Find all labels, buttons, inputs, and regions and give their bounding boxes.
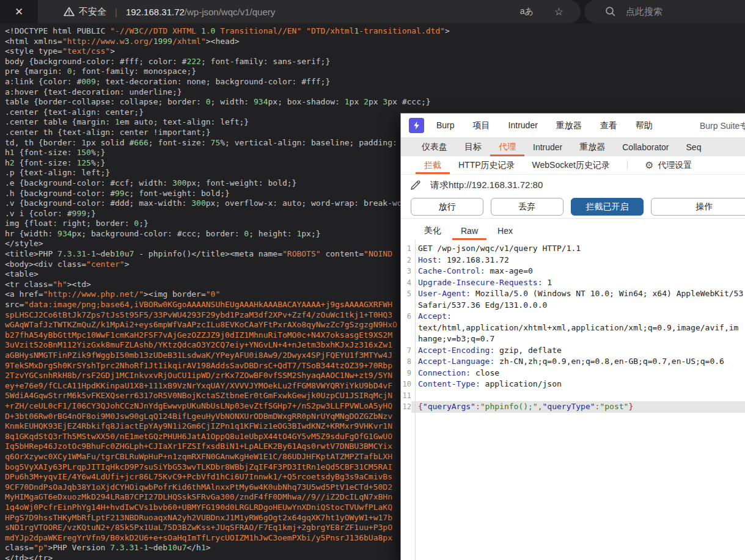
tab-proxy-settings[interactable]: ⚙ 代理设置 bbox=[636, 156, 700, 174]
line-number: 8 bbox=[401, 356, 411, 368]
main-tab-代理[interactable]: 代理 bbox=[490, 138, 524, 156]
proxy-tab-WebSocket历史记录[interactable]: WebSocket历史记录 bbox=[524, 156, 618, 174]
address-bar[interactable]: 不安全 | 192.168.31.72/wp-json/wqc/v1/query… bbox=[38, 0, 581, 23]
gear-icon: ⚙ bbox=[645, 159, 653, 171]
request-row: Safari/537.36 Edg/131.0.0.0 bbox=[401, 300, 745, 311]
url-host: 192.168.31.72 bbox=[126, 7, 185, 17]
tab-divider bbox=[627, 161, 628, 170]
message-editor-tabs: 美化RawHex bbox=[401, 218, 745, 240]
request-row: 12{"queryArgs":"phpinfo();","queryType":… bbox=[401, 401, 745, 413]
close-tab-icon[interactable]: ✕ bbox=[15, 5, 23, 18]
burp-proxy-tabs: 拦截HTTP历史记录WebSocket历史记录 ⚙ 代理设置 bbox=[401, 156, 745, 175]
burp-logo-icon bbox=[409, 118, 424, 133]
request-editor[interactable]: 1GET /wp-json/wqc/v1/query HTTP/1.12Host… bbox=[401, 240, 745, 560]
line-number bbox=[401, 333, 411, 345]
request-row: 6Accept: bbox=[401, 311, 745, 322]
button-放行[interactable]: 放行 bbox=[411, 198, 483, 216]
main-tab-Seq[interactable]: Seq bbox=[678, 138, 710, 156]
screen: { "colors": { "accent_orange": "#ee6232"… bbox=[0, 0, 745, 560]
source-line: pre {margin: 0; font-family: monospace;} bbox=[5, 67, 745, 77]
search-placeholder: 点此搜索 bbox=[626, 6, 662, 18]
main-tab-重放器[interactable]: 重放器 bbox=[571, 138, 614, 156]
line-number: 4 bbox=[401, 277, 411, 289]
line-number: 3 bbox=[401, 266, 411, 277]
request-row: 11 bbox=[401, 390, 745, 402]
request-row: 10Content-Type: application/json bbox=[401, 379, 745, 390]
menu-item[interactable]: Intruder bbox=[508, 120, 538, 131]
font-size-button[interactable]: aあ bbox=[520, 6, 534, 17]
button-操作[interactable]: 操作 bbox=[651, 198, 745, 216]
request-row: text/html,application/xhtml+xml,applicat… bbox=[401, 322, 745, 334]
security-badge[interactable]: 不安全 bbox=[64, 6, 106, 18]
request-row: hange;v=b3;q=0.7 bbox=[401, 333, 745, 345]
line-number: 11 bbox=[401, 390, 411, 402]
main-tab-仪表盘[interactable]: 仪表盘 bbox=[413, 138, 456, 156]
request-row: 1GET /wp-json/wqc/v1/query HTTP/1.1 bbox=[401, 243, 745, 255]
request-row: 3Cache-Control: max-age=0 bbox=[401, 266, 745, 277]
url-path: /wp-json/wqc/v1/query bbox=[185, 7, 275, 17]
burp-main-tabs: 仪表盘目标代理Intruder重放器CollaboratorSeq bbox=[401, 138, 745, 156]
main-tab-目标[interactable]: 目标 bbox=[456, 138, 490, 156]
button-拦截已开启[interactable]: 拦截已开启 bbox=[571, 198, 644, 216]
request-row: 9Connection: close bbox=[401, 368, 745, 379]
menu-item[interactable]: 项目 bbox=[473, 120, 490, 131]
line-number: 1 bbox=[401, 243, 411, 255]
burp-suite-window: Burp项目Intruder重放器查看帮助 Burp Suite专 仪表盘目标代… bbox=[400, 113, 745, 560]
search-box[interactable]: 点此搜索 bbox=[584, 0, 745, 23]
source-line: table {border-collapse: collapse; border… bbox=[5, 97, 745, 107]
source-line: <!DOCTYPE html PUBLIC "-//W3C//DTD XHTML… bbox=[5, 26, 745, 37]
security-label: 不安全 bbox=[79, 6, 106, 18]
url-text[interactable]: 192.168.31.72/wp-json/wqc/v1/query bbox=[126, 7, 275, 17]
line-number: 9 bbox=[401, 368, 411, 379]
address-separator: | bbox=[115, 7, 117, 17]
menu-item[interactable]: 重放器 bbox=[556, 120, 582, 131]
main-tab-Collaborator[interactable]: Collaborator bbox=[614, 138, 677, 156]
menu-item[interactable]: Burp bbox=[436, 120, 455, 131]
request-row: 2Host: 192.168.31.72 bbox=[401, 255, 745, 266]
request-row: 7Accept-Encoding: gzip, deflate bbox=[401, 345, 745, 357]
line-number: 6 bbox=[401, 311, 411, 322]
line-number: 10 bbox=[401, 379, 411, 390]
line-number bbox=[401, 322, 411, 334]
burp-menubar: Burp项目Intruder重放器查看帮助 Burp Suite专 bbox=[401, 114, 745, 138]
line-number: 5 bbox=[401, 288, 411, 300]
editor-tab-Hex[interactable]: Hex bbox=[489, 222, 521, 240]
intercept-banner: 请求http://192.168.31.72:80 bbox=[401, 175, 745, 195]
proxy-settings-label: 代理设置 bbox=[658, 160, 692, 171]
line-number: 12 bbox=[401, 401, 411, 413]
warning-icon bbox=[64, 7, 75, 16]
source-line: <style type="text/css"> bbox=[5, 46, 745, 57]
gutter-separator bbox=[415, 240, 416, 560]
main-tab-Intruder[interactable]: Intruder bbox=[524, 138, 571, 156]
source-line: body {background-color: #fff; color: #22… bbox=[5, 57, 745, 67]
intercept-request-url: 请求http://192.168.31.72:80 bbox=[430, 180, 543, 191]
intercept-buttons: 放行丢弃拦截已开启操作 bbox=[401, 195, 745, 218]
source-line: a:link {color: #009; text-decoration: no… bbox=[5, 77, 745, 87]
search-icon bbox=[605, 6, 616, 17]
line-number: 2 bbox=[401, 255, 411, 266]
line-number: 7 bbox=[401, 345, 411, 357]
proxy-tab-拦截[interactable]: 拦截 bbox=[416, 156, 450, 174]
request-row: 5User-Agent: Mozilla/5.0 (Windows NT 10.… bbox=[401, 288, 745, 300]
tab-zone: ✕ bbox=[0, 0, 38, 23]
burp-window-title: Burp Suite专 bbox=[700, 121, 745, 132]
request-row: 8Accept-Language: zh-CN,zh;q=0.9,en;q=0.… bbox=[401, 356, 745, 368]
editor-tab-Raw[interactable]: Raw bbox=[452, 222, 486, 240]
source-line: a:hover {text-decoration: underline;} bbox=[5, 87, 745, 98]
source-line: <html xmlns="http://www.w3.org/1999/xhtm… bbox=[5, 37, 745, 47]
menu-item[interactable]: 查看 bbox=[600, 120, 617, 131]
proxy-tab-HTTP历史记录[interactable]: HTTP历史记录 bbox=[450, 156, 524, 174]
line-number bbox=[401, 300, 411, 311]
menu-item[interactable]: 帮助 bbox=[636, 120, 653, 131]
request-row: 4Upgrade-Insecure-Requests: 1 bbox=[401, 277, 745, 289]
editor-tab-美化[interactable]: 美化 bbox=[416, 222, 450, 240]
button-丢弃[interactable]: 丢弃 bbox=[491, 198, 563, 216]
pencil-icon bbox=[409, 179, 422, 191]
favorite-star-icon[interactable]: ☆ bbox=[554, 5, 563, 18]
browser-topbar: ✕ 不安全 | 192.168.31.72/wp-json/wqc/v1/que… bbox=[0, 0, 745, 23]
